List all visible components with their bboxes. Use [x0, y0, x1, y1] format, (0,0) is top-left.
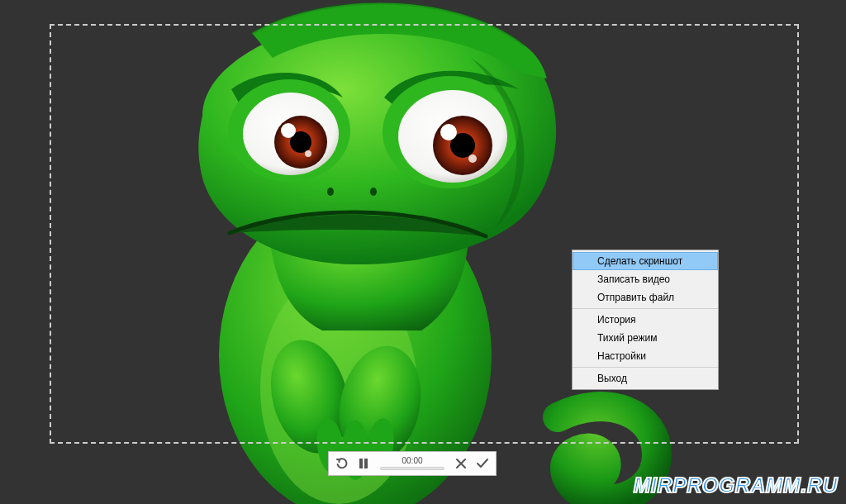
menu-item-send-file[interactable]: Отправить файл [573, 288, 718, 307]
menu-item-label: Настройки [597, 350, 646, 362]
undo-button[interactable] [334, 455, 350, 472]
elapsed-time: 00:00 [402, 457, 422, 465]
menu-item-history[interactable]: История [573, 311, 718, 329]
svg-rect-21 [359, 459, 363, 468]
menu-item-settings[interactable]: Настройки [573, 347, 718, 365]
menu-item-label: Записать видео [597, 273, 670, 285]
menu-item-label: Отправить файл [597, 292, 674, 303]
menu-item-screenshot[interactable]: Сделать скриншот [573, 252, 718, 270]
undo-icon [335, 457, 349, 470]
menu-item-label: Тихий режим [597, 332, 657, 344]
recording-toolbar: 00:00 [328, 451, 497, 476]
tray-context-menu: Сделать скриншот Записать видео Отправит… [572, 250, 719, 390]
menu-item-label: Сделать скриншот [597, 255, 682, 267]
close-icon [455, 458, 467, 469]
menu-item-exit[interactable]: Выход [573, 369, 718, 388]
progress-bar[interactable] [380, 467, 444, 470]
cancel-button[interactable] [453, 455, 469, 472]
watermark-text: MIRPROGRAMM.RU [634, 473, 838, 497]
pause-button[interactable] [355, 455, 372, 472]
menu-item-quiet-mode[interactable]: Тихий режим [573, 329, 718, 347]
svg-rect-22 [364, 459, 368, 468]
confirm-button[interactable] [474, 455, 491, 472]
pause-icon [358, 458, 369, 469]
time-indicator: 00:00 [377, 457, 448, 470]
menu-item-record-video[interactable]: Записать видео [573, 270, 718, 288]
menu-item-label: История [597, 314, 636, 326]
menu-item-label: Выход [597, 373, 627, 384]
check-icon [476, 458, 489, 469]
